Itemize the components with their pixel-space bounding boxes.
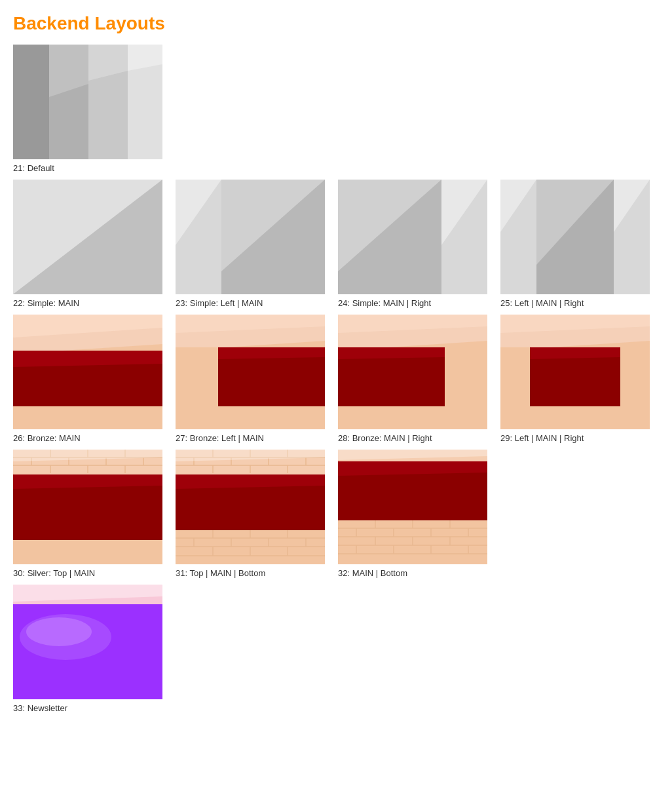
layout-label-28: 28: Bronze: MAIN | Right (338, 433, 432, 443)
layout-label-30: 30: Silver: Top | MAIN (13, 568, 95, 578)
layout-label-21: 21: Default (13, 163, 54, 173)
layout-label-25: 25: Left | MAIN | Right (500, 298, 584, 308)
layout-item-26[interactable]: 26: Bronze: MAIN (13, 315, 162, 443)
svg-rect-33 (13, 406, 162, 429)
svg-rect-46 (445, 347, 487, 406)
layout-item-23[interactable]: 23: Simple: Left | MAIN (176, 180, 325, 308)
layout-item-21[interactable]: 21: Default (13, 45, 162, 173)
layout-thumb-27 (176, 315, 325, 429)
layout-label-32: 32: MAIN | Bottom (338, 568, 407, 578)
layout-thumb-24 (338, 180, 487, 294)
layout-item-28[interactable]: 28: Bronze: MAIN | Right (338, 315, 487, 443)
layout-thumb-23 (176, 180, 325, 294)
layout-label-23: 23: Simple: Left | MAIN (176, 298, 263, 308)
layout-thumb-22 (13, 180, 162, 294)
layout-thumb-28 (338, 315, 487, 429)
svg-marker-39 (218, 347, 325, 359)
layout-label-27: 27: Bronze: Left | MAIN (176, 433, 264, 443)
svg-marker-1 (13, 45, 49, 159)
svg-point-133 (26, 617, 92, 646)
layout-item-29[interactable]: 29: Left | MAIN | Right (500, 315, 650, 443)
layout-item-27[interactable]: 27: Bronze: Left | MAIN (176, 315, 325, 443)
layout-thumb-31 (176, 450, 325, 564)
layout-item-32[interactable]: 32: MAIN | Bottom (338, 450, 487, 578)
layout-label-31: 31: Top | MAIN | Bottom (176, 568, 265, 578)
layout-item-30[interactable]: 30: Silver: Top | MAIN (13, 450, 162, 578)
layout-thumb-26 (13, 315, 162, 429)
layout-label-24: 24: Simple: MAIN | Right (338, 298, 431, 308)
layout-label-22: 22: Simple: MAIN (13, 298, 79, 308)
svg-marker-53 (530, 347, 620, 359)
svg-rect-47 (338, 406, 487, 429)
layout-thumb-21 (13, 45, 162, 159)
layout-thumb-30 (13, 450, 162, 564)
layout-thumb-33 (13, 585, 162, 699)
svg-rect-54 (620, 347, 650, 406)
layout-item-22[interactable]: 22: Simple: MAIN (13, 180, 162, 308)
layout-thumb-29 (500, 315, 650, 429)
svg-rect-51 (500, 347, 530, 406)
svg-rect-73 (13, 540, 162, 564)
layout-label-29: 29: Left | MAIN | Right (500, 433, 584, 443)
svg-rect-40 (176, 406, 325, 429)
svg-rect-55 (500, 406, 650, 429)
layout-item-31[interactable]: 31: Top | MAIN | Bottom (176, 450, 325, 578)
layout-thumb-32 (338, 450, 487, 564)
layout-thumb-25 (500, 180, 650, 294)
layout-label-33: 33: Newsletter (13, 703, 67, 713)
svg-marker-45 (338, 347, 445, 359)
page-title: Backend Layouts (13, 13, 642, 34)
layout-item-25[interactable]: 25: Left | MAIN | Right (500, 180, 650, 308)
layout-item-24[interactable]: 24: Simple: MAIN | Right (338, 180, 487, 308)
layout-item-33[interactable]: 33: Newsletter (13, 585, 162, 713)
svg-rect-37 (176, 347, 218, 406)
layout-label-26: 26: Bronze: MAIN (13, 433, 81, 443)
